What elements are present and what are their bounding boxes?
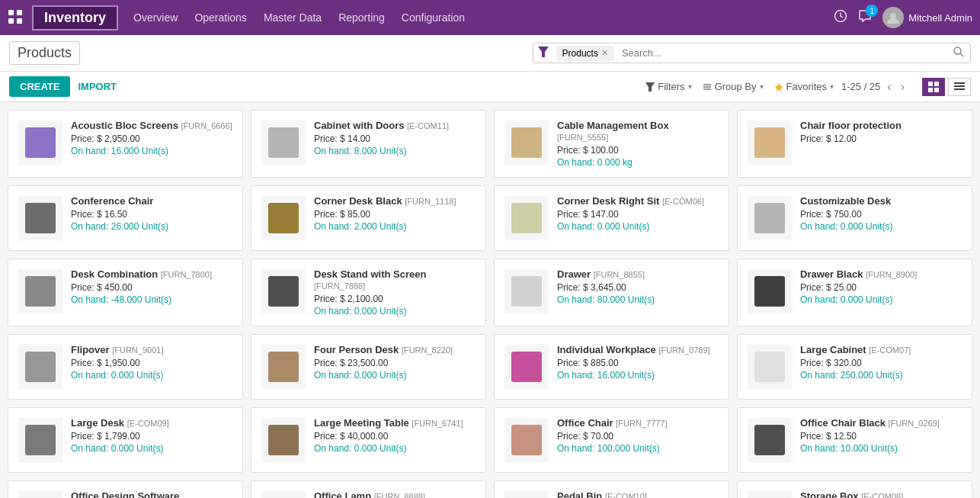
- svg-rect-44: [754, 276, 785, 307]
- right-icons: 1 Mitchell Admin: [834, 7, 972, 28]
- create-button[interactable]: CREATE: [9, 76, 70, 97]
- chat-icon[interactable]: 1: [858, 9, 872, 26]
- product-price: Price: $ 750.00: [800, 209, 962, 220]
- product-price: Price: $ 885.00: [557, 358, 719, 368]
- svg-rect-63: [262, 492, 305, 498]
- groupby-dropdown[interactable]: Group By ▾: [703, 81, 764, 92]
- product-card[interactable]: Cabinet with Doors [E-COM11]Price: $ 14.…: [251, 110, 486, 178]
- svg-rect-42: [511, 276, 542, 307]
- nav-master-data[interactable]: Master Data: [264, 11, 322, 24]
- product-card[interactable]: Pedal Bin [E-COM10]Price: $ 47.00On hand…: [494, 480, 729, 498]
- svg-rect-52: [754, 352, 785, 382]
- product-price: Price: $ 3,645.00: [557, 282, 719, 293]
- product-name: Acoustic Bloc Screens [FURN_6666]: [71, 120, 233, 131]
- svg-rect-26: [511, 127, 542, 158]
- filter-group: Filters ▾ Group By ▾ Favorites ▾: [645, 81, 834, 92]
- nav-reporting[interactable]: Reporting: [338, 11, 385, 24]
- product-name: Cable Management Box [FURN_5555]: [557, 120, 719, 143]
- product-image: [504, 120, 549, 165]
- main-content: Acoustic Bloc Screens [FURN_6666]Price: …: [0, 102, 980, 498]
- product-image: [261, 490, 306, 498]
- svg-rect-48: [268, 352, 299, 382]
- product-card[interactable]: Desk Combination [FURN_7800]Price: $ 450…: [8, 259, 243, 326]
- pager-prev[interactable]: ‹: [885, 80, 893, 94]
- product-card[interactable]: Office Chair [FURN_7777]Price: $ 70.00On…: [494, 407, 729, 473]
- svg-rect-46: [25, 352, 56, 382]
- product-card[interactable]: Office Design Software [FURN_9999]Price:…: [8, 480, 243, 498]
- product-card[interactable]: Office Chair Black [FURN_0269]Price: $ 1…: [737, 407, 972, 473]
- product-name: Customizable Desk: [800, 195, 962, 207]
- product-card[interactable]: Corner Desk Right Sit [E-COM06]Price: $ …: [494, 185, 729, 251]
- product-image: [747, 344, 793, 390]
- product-onhand: On hand: 0.000 Unit(s): [71, 370, 233, 381]
- product-name: Large Cabinet [E-COM07]: [800, 344, 962, 355]
- grid-menu-icon[interactable]: [8, 9, 23, 27]
- product-card[interactable]: Office Lamp [FURN_8888]Price: $ 40.00On …: [251, 480, 486, 498]
- search-input[interactable]: [617, 44, 947, 62]
- nav-overview[interactable]: Overview: [133, 11, 178, 24]
- svg-rect-60: [754, 425, 785, 455]
- product-name: Office Chair Black [FURN_0269]: [800, 417, 962, 429]
- product-card[interactable]: Conference ChairPrice: $ 16.50On hand: 2…: [8, 185, 243, 251]
- svg-point-7: [954, 47, 961, 54]
- toolbar: Products Products ✕: [0, 35, 980, 72]
- product-onhand: On hand: 0.000 Unit(s): [800, 221, 962, 232]
- svg-rect-32: [268, 203, 299, 233]
- product-card[interactable]: Large Meeting Table [FURN_6741]Price: $ …: [251, 407, 486, 473]
- filters-dropdown[interactable]: Filters ▾: [645, 81, 691, 92]
- view-kanban-button[interactable]: [922, 78, 945, 96]
- search-submit-icon[interactable]: [947, 43, 970, 63]
- product-name: Large Desk [E-COM09]: [71, 417, 233, 429]
- product-name: Pedal Bin [E-COM10]: [557, 490, 719, 498]
- product-onhand: On hand: 0.000 kg: [557, 157, 719, 168]
- product-image: [18, 417, 63, 463]
- product-card[interactable]: Large Desk [E-COM09]Price: $ 1,799.00On …: [8, 407, 243, 473]
- svg-rect-36: [754, 203, 785, 233]
- product-onhand: On hand: 0.000 Unit(s): [314, 370, 476, 381]
- product-price: Price: $ 147.00: [557, 209, 719, 220]
- product-card[interactable]: Cable Management Box [FURN_5555]Price: $…: [494, 110, 729, 178]
- favorites-dropdown[interactable]: Favorites ▾: [774, 81, 834, 92]
- product-card[interactable]: Drawer [FURN_8855]Price: $ 3,645.00On ha…: [494, 259, 729, 326]
- nav-configuration[interactable]: Configuration: [402, 11, 465, 24]
- product-image: [747, 490, 793, 498]
- product-onhand: On hand: 16.000 Unit(s): [71, 146, 233, 156]
- svg-marker-13: [774, 83, 783, 92]
- product-name: Desk Stand with Screen [FURN_7888]: [314, 268, 476, 291]
- product-image: [18, 195, 63, 241]
- product-card[interactable]: Acoustic Bloc Screens [FURN_6666]Price: …: [8, 110, 243, 178]
- product-card[interactable]: Desk Stand with Screen [FURN_7888]Price:…: [251, 259, 486, 326]
- view-toggle: [922, 78, 971, 96]
- product-image: [261, 268, 306, 314]
- product-card[interactable]: Individual Workplace [FURN_0789]Price: $…: [494, 334, 729, 400]
- notification-badge: 1: [866, 5, 878, 17]
- search-filter-icon: [533, 43, 553, 63]
- product-card[interactable]: Drawer Black [FURN_8900]Price: $ 25.00On…: [737, 259, 972, 326]
- svg-rect-34: [511, 203, 542, 233]
- actionbar: CREATE IMPORT Filters ▾ Group By ▾ Favor…: [0, 72, 980, 102]
- search-filter-tag[interactable]: Products ✕: [556, 46, 614, 61]
- product-onhand: On hand: 0.000 Unit(s): [314, 306, 476, 316]
- user-menu[interactable]: Mitchell Admin: [882, 7, 972, 28]
- product-image: [261, 120, 306, 165]
- product-card[interactable]: Large Cabinet [E-COM07]Price: $ 320.00On…: [737, 334, 972, 400]
- product-price: Price: $ 14.00: [314, 133, 476, 144]
- product-card[interactable]: Flipover [FURN_9001]Price: $ 1,950.00On …: [8, 334, 243, 400]
- product-card[interactable]: Customizable DeskPrice: $ 750.00On hand:…: [737, 185, 972, 251]
- import-button[interactable]: IMPORT: [78, 81, 117, 92]
- product-price: Price: $ 450.00: [71, 282, 233, 293]
- product-card[interactable]: Corner Desk Black [FURN_1118]Price: $ 85…: [251, 185, 486, 251]
- pager-next[interactable]: ›: [898, 80, 907, 94]
- product-card[interactable]: Chair floor protectionPrice: $ 12.00: [737, 110, 972, 178]
- groupby-arrow: ▾: [760, 82, 764, 91]
- product-price: Price: $ 40,000.00: [314, 431, 476, 442]
- view-list-button[interactable]: [948, 78, 971, 96]
- clock-icon[interactable]: [834, 9, 847, 26]
- product-card[interactable]: Four Person Desk [FURN_8220]Price: $ 23,…: [251, 334, 486, 400]
- product-card[interactable]: Storage Box [E-COM08]Price: $ 79.00On ha…: [737, 480, 972, 498]
- app-title[interactable]: Inventory: [32, 5, 118, 31]
- product-onhand: On hand: 16.000 Unit(s): [557, 370, 719, 381]
- nav-operations[interactable]: Operations: [194, 11, 246, 24]
- filter-tag-close[interactable]: ✕: [601, 48, 608, 58]
- product-name: Office Chair [FURN_7777]: [557, 417, 719, 429]
